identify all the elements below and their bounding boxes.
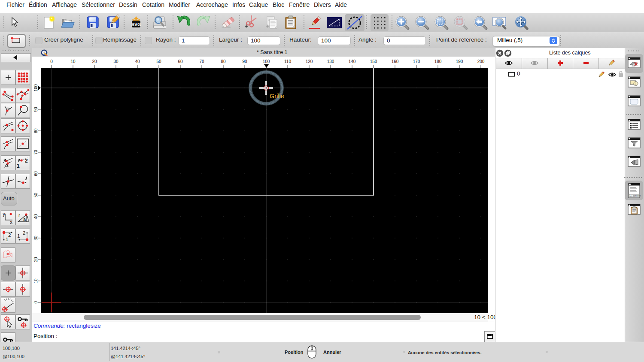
svg-text:1: 1 bbox=[17, 163, 20, 169]
svg-text:50: 50 bbox=[33, 193, 38, 198]
svg-text:r: r bbox=[18, 213, 20, 218]
svg-text:40: 40 bbox=[135, 59, 140, 64]
svg-text:10: 10 bbox=[70, 59, 76, 64]
svg-text:10: 10 bbox=[33, 278, 38, 284]
svg-text:190: 190 bbox=[456, 59, 463, 64]
svg-text:100: 100 bbox=[33, 84, 38, 91]
svg-text:1: 1 bbox=[17, 233, 20, 238]
svg-text:SVG: SVG bbox=[131, 22, 141, 27]
svg-text:120: 120 bbox=[306, 59, 313, 64]
svg-text:60: 60 bbox=[178, 59, 183, 64]
svg-text:2: 2 bbox=[25, 158, 28, 164]
svg-text:20: 20 bbox=[92, 59, 97, 64]
svg-text:80: 80 bbox=[33, 128, 38, 133]
svg-text:0: 0 bbox=[50, 59, 53, 64]
svg-text:0: 0 bbox=[33, 301, 38, 304]
svg-text:20: 20 bbox=[33, 257, 38, 262]
svg-text:x: x bbox=[10, 219, 12, 225]
svg-text:180: 180 bbox=[434, 59, 442, 64]
svg-text:2: 2 bbox=[8, 232, 11, 238]
svg-text:110: 110 bbox=[284, 59, 291, 64]
svg-text:40: 40 bbox=[33, 214, 38, 219]
svg-text:30: 30 bbox=[33, 235, 38, 241]
svg-text:Grille: Grille bbox=[270, 93, 284, 100]
svg-text:90: 90 bbox=[242, 59, 247, 64]
svg-text:70: 70 bbox=[33, 150, 38, 155]
svg-text:150: 150 bbox=[370, 59, 377, 64]
svg-text:30: 30 bbox=[113, 59, 118, 64]
svg-text:50: 50 bbox=[156, 59, 161, 64]
svg-text:80: 80 bbox=[221, 59, 226, 64]
svg-text:y: y bbox=[3, 211, 5, 217]
svg-text:100: 100 bbox=[263, 59, 270, 64]
svg-text:140: 140 bbox=[349, 59, 356, 64]
svg-text:130: 130 bbox=[327, 59, 334, 64]
svg-text:60: 60 bbox=[33, 171, 38, 176]
svg-text:C: command: C: command bbox=[630, 194, 641, 197]
svg-text:70: 70 bbox=[199, 59, 204, 64]
svg-text:90: 90 bbox=[33, 107, 38, 112]
svg-text:160: 160 bbox=[392, 59, 399, 64]
svg-text:2: 2 bbox=[23, 230, 25, 235]
svg-text:200: 200 bbox=[477, 59, 485, 64]
svg-text:170: 170 bbox=[413, 59, 420, 64]
svg-text:a: a bbox=[23, 217, 26, 222]
